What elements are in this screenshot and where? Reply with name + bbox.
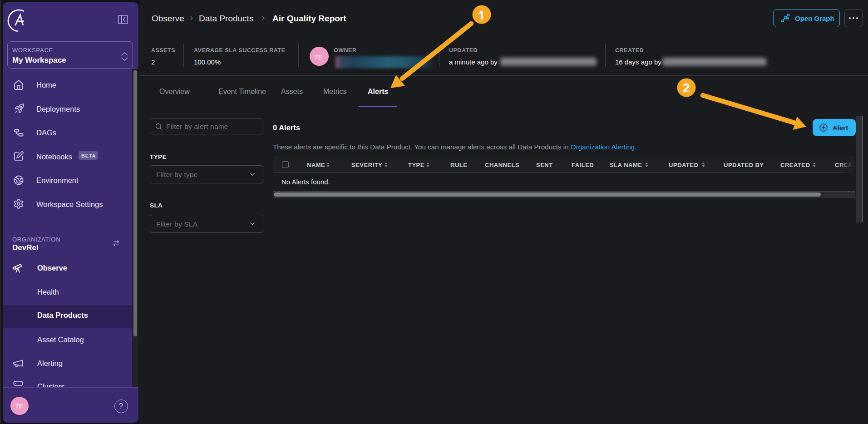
svg-text:2: 2	[683, 81, 690, 95]
